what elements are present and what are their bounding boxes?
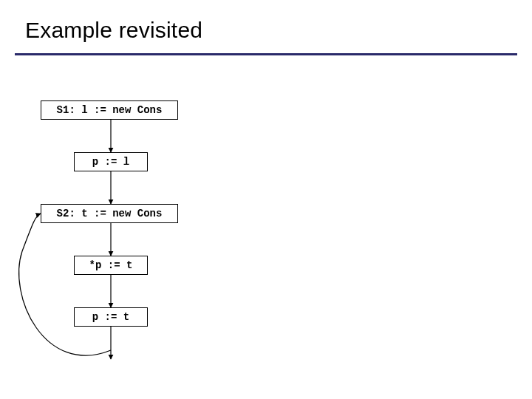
node-p-assign-t: p := t [74,307,148,327]
node-s1: S1: l := new Cons [41,100,178,120]
slide-title: Example revisited [25,18,202,43]
node-p-assign-l: p := l [74,152,148,171]
edges-svg [0,0,532,399]
node-star-p-assign-t: *p := t [74,256,148,275]
title-underline [15,53,517,55]
edge-loop-back [19,214,111,355]
slide: Example revisited S1: l := new Cons p :=… [0,0,532,399]
node-s2: S2: t := new Cons [41,204,178,223]
